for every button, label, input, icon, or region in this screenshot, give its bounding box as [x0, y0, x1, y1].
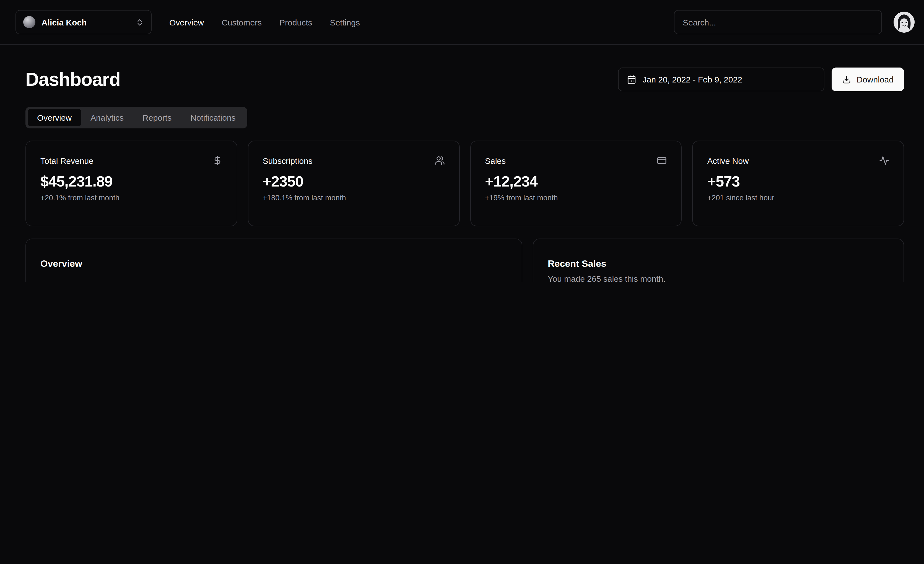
head-actions: Jan 20, 2022 - Feb 9, 2022 Download [618, 68, 904, 91]
recent-sales-title: Recent Sales [548, 258, 889, 270]
users-icon [435, 155, 445, 165]
stat-value: +573 [707, 173, 890, 190]
tab-overview[interactable]: Overview [28, 109, 81, 126]
stat-card-total-revenue: Total Revenue $45,231.89 +20.1% from las… [26, 141, 237, 226]
team-switcher[interactable]: Alicia Koch [15, 10, 152, 34]
stat-change: +19% from last month [485, 194, 667, 202]
dollar-sign-icon [213, 155, 222, 165]
nav-customers[interactable]: Customers [222, 17, 262, 27]
page-title: Dashboard [26, 69, 120, 90]
user-avatar-button[interactable] [894, 12, 915, 33]
user-avatar-icon [894, 12, 915, 33]
download-button[interactable]: Download [832, 68, 904, 91]
stat-change: +180.1% from last month [263, 194, 445, 202]
bottom-grid: Overview $6000$4500$3000$1500$0 JanFebMa… [26, 239, 904, 282]
nav-products[interactable]: Products [279, 17, 312, 27]
date-range-label: Jan 20, 2022 - Feb 9, 2022 [643, 75, 742, 84]
stat-card-sales: Sales +12,234 +19% from last month [470, 141, 682, 226]
activity-icon [879, 155, 889, 165]
stat-card-subscriptions: Subscriptions +2350 +180.1% from last mo… [248, 141, 460, 226]
stat-title: Total Revenue [40, 156, 93, 165]
stat-title: Subscriptions [263, 156, 313, 165]
recent-sales-card: Recent Sales You made 265 sales this mon… [533, 239, 904, 282]
download-icon [842, 75, 851, 84]
stat-change: +20.1% from last month [40, 194, 222, 202]
nav-settings[interactable]: Settings [330, 17, 360, 27]
team-name: Alicia Koch [42, 17, 129, 27]
tab-analytics[interactable]: Analytics [81, 109, 133, 126]
main-nav: Overview Customers Products Settings [169, 17, 360, 27]
credit-card-icon [657, 155, 667, 165]
tab-reports[interactable]: Reports [133, 109, 181, 126]
top-bar: Alicia Koch Overview Customers Products … [0, 0, 924, 45]
stat-value: $45,231.89 [40, 173, 222, 190]
stat-value: +2350 [263, 173, 445, 190]
chevrons-up-down-icon [135, 18, 144, 26]
stat-value: +12,234 [485, 173, 667, 190]
stat-title: Sales [485, 156, 506, 165]
dashboard-app: Alicia Koch Overview Customers Products … [0, 0, 924, 282]
download-label: Download [857, 75, 894, 84]
stat-card-active-now: Active Now +573 +201 since last hour [693, 141, 904, 226]
team-avatar [23, 16, 35, 28]
calendar-icon [627, 75, 637, 84]
main-content: Dashboard Jan 20, 2022 - Feb 9, 2022 Dow… [0, 45, 924, 282]
stat-change: +201 since last hour [707, 194, 890, 202]
date-range-picker[interactable]: Jan 20, 2022 - Feb 9, 2022 [618, 68, 825, 91]
overview-chart-card: Overview $6000$4500$3000$1500$0 JanFebMa… [26, 239, 522, 282]
stats-grid: Total Revenue $45,231.89 +20.1% from las… [26, 141, 904, 226]
recent-sales-subtitle: You made 265 sales this month. [548, 274, 889, 282]
stat-title: Active Now [707, 156, 749, 165]
nav-overview[interactable]: Overview [169, 17, 204, 27]
search-input[interactable] [674, 10, 882, 34]
page-head: Dashboard Jan 20, 2022 - Feb 9, 2022 Dow… [26, 68, 904, 91]
chart-title: Overview [40, 258, 507, 270]
tab-list: Overview Analytics Reports Notifications [26, 107, 248, 128]
tab-notifications[interactable]: Notifications [181, 109, 245, 126]
